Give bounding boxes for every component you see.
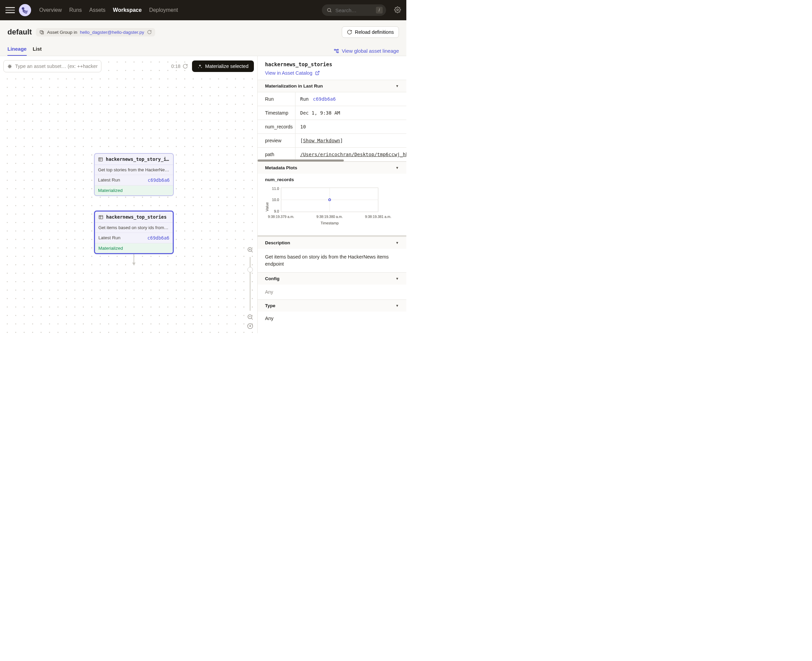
status-badge: Materialized — [95, 243, 173, 253]
show-markdown-link[interactable]: Show Markdown — [303, 138, 340, 143]
svg-line-16 — [8, 67, 10, 68]
node-name: hackernews_top_stories — [106, 214, 169, 220]
section-label: Description — [265, 240, 290, 245]
svg-text:9.0: 9.0 — [274, 209, 279, 213]
row-key: Timestamp — [257, 106, 296, 120]
run-id-link[interactable]: c69db6a6 — [147, 235, 169, 241]
materialization-table: Run Run c69db6a6 Timestamp Dec 1, 9:38 A… — [257, 92, 406, 161]
section-materialization[interactable]: Materialization in Last Run ▼ — [257, 80, 406, 92]
node-name: hackernews_top_story_ids — [106, 156, 170, 162]
status-badge: Materialized — [95, 185, 173, 195]
section-config[interactable]: Config ▼ — [257, 272, 406, 284]
search-kbd: / — [376, 7, 383, 14]
run-prefix: Run — [300, 96, 308, 102]
view-global-lineage-link[interactable]: View global asset lineage — [334, 48, 399, 54]
svg-text:Timestamp: Timestamp — [320, 221, 338, 225]
refresh-icon[interactable] — [182, 64, 188, 69]
svg-text:10.0: 10.0 — [272, 198, 279, 202]
svg-line-14 — [10, 67, 11, 68]
svg-rect-17 — [99, 158, 102, 161]
catalog-link-label: View in Asset Catalog — [265, 70, 312, 76]
svg-point-3 — [397, 9, 398, 11]
svg-line-15 — [10, 65, 11, 66]
svg-point-1 — [328, 8, 331, 11]
chevron-down-icon: ▼ — [395, 241, 399, 245]
row-key: path — [257, 148, 296, 161]
table-row: preview [Show Markdown] — [257, 134, 406, 148]
zoom-in-icon[interactable] — [247, 246, 254, 254]
table-row: num_records 10 — [257, 120, 406, 134]
svg-line-31 — [317, 71, 319, 73]
detail-asset-name: hackernews_top_stories — [265, 62, 399, 68]
nav-deployment[interactable]: Deployment — [149, 7, 178, 13]
section-description[interactable]: Description ▼ — [257, 236, 406, 249]
asset-filter-input[interactable] — [15, 64, 98, 69]
zoom-out-icon[interactable] — [247, 314, 254, 321]
content: 0:18 Materialize selected hackernews_top… — [0, 56, 406, 333]
horizontal-scrollbar[interactable] — [257, 160, 406, 161]
zoom-control — [246, 246, 254, 330]
search-input[interactable] — [335, 8, 372, 13]
download-icon[interactable] — [247, 323, 254, 330]
badge-link[interactable]: hello_dagster@hello-dagster.py — [80, 30, 144, 35]
row-key: Run — [257, 92, 296, 106]
chevron-down-icon: ▼ — [395, 304, 399, 308]
lineage-icon — [334, 48, 339, 54]
zoom-slider[interactable] — [249, 257, 251, 311]
latest-run-label: Latest Run — [98, 177, 120, 183]
asset-filter-input-wrap[interactable] — [3, 60, 101, 72]
config-text: Any — [257, 284, 406, 299]
top-nav: Overview Runs Assets Workspace Deploymen… — [0, 0, 406, 20]
reload-definitions-button[interactable]: Reload definitions — [342, 26, 399, 38]
svg-text:9:38:19.379 a.m.: 9:38:19.379 a.m. — [268, 215, 294, 219]
nav-links: Overview Runs Assets Workspace Deploymen… — [39, 7, 178, 13]
tab-list[interactable]: List — [33, 46, 42, 56]
path-value[interactable]: /Users/erincochran/Desktop/tmp6ccwj_hb — [300, 152, 406, 157]
svg-line-28 — [251, 318, 253, 320]
detail-pane: hackernews_top_stories View in Asset Cat… — [257, 56, 406, 333]
table-row: Run Run c69db6a6 — [257, 92, 406, 106]
stack-icon — [39, 30, 44, 35]
chart-point — [329, 199, 331, 201]
nav-runs[interactable]: Runs — [69, 7, 82, 13]
run-id-link[interactable]: c69db6a6 — [313, 96, 336, 102]
section-label: Materialization in Last Run — [265, 83, 323, 89]
row-key: num_records — [257, 120, 296, 134]
page-header: default Asset Group in hello_dagster@hel… — [0, 20, 406, 56]
menu-icon[interactable] — [5, 5, 15, 15]
chevron-down-icon: ▼ — [395, 84, 399, 88]
tabs: Lineage List — [8, 46, 42, 56]
svg-line-2 — [330, 11, 331, 12]
nav-workspace[interactable]: Workspace — [113, 7, 142, 13]
logo[interactable] — [19, 4, 31, 16]
nav-overview[interactable]: Overview — [39, 7, 62, 13]
search-box[interactable]: / — [322, 5, 386, 16]
materialize-selected-button[interactable]: Materialize selected — [192, 61, 254, 72]
canvas-toolbar: 0:18 Materialize selected — [3, 60, 254, 72]
section-label: Config — [265, 276, 280, 281]
section-type[interactable]: Type ▼ — [257, 299, 406, 311]
page-title: default — [8, 28, 32, 37]
section-label: Type — [265, 303, 275, 308]
refresh-icon[interactable] — [147, 30, 152, 35]
badge-label: Asset Group in — [47, 30, 77, 35]
row-value: 10 — [296, 120, 406, 134]
latest-run-label: Latest Run — [98, 235, 120, 241]
materialize-label: Materialize selected — [205, 64, 248, 69]
svg-text:11.0: 11.0 — [272, 187, 279, 191]
tab-lineage[interactable]: Lineage — [8, 46, 27, 56]
table-icon — [98, 157, 103, 162]
view-in-asset-catalog-link[interactable]: View in Asset Catalog — [265, 70, 399, 76]
section-metadata-plots[interactable]: Metadata Plots ▼ — [257, 161, 406, 174]
gear-icon[interactable] — [394, 6, 401, 14]
asset-node-hackernews-top-story-ids[interactable]: hackernews_top_story_ids Get top stories… — [94, 153, 174, 196]
run-id-link[interactable]: c69db6a6 — [148, 177, 170, 183]
zoom-thumb[interactable] — [248, 267, 253, 272]
svg-rect-4 — [40, 30, 43, 33]
svg-rect-20 — [99, 215, 103, 219]
svg-point-0 — [22, 8, 24, 10]
asset-node-hackernews-top-stories[interactable]: hackernews_top_stories Get items based o… — [94, 211, 174, 254]
timer-value: 0:18 — [171, 64, 181, 69]
node-description: Get top stories from the HackerNew… — [95, 165, 173, 175]
nav-assets[interactable]: Assets — [89, 7, 105, 13]
